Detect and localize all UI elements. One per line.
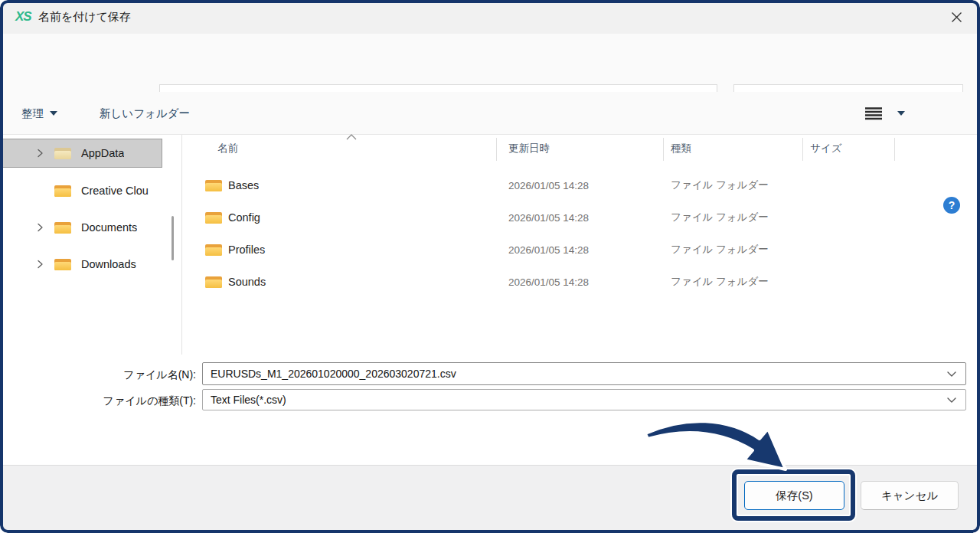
column-header-size[interactable]: サイズ <box>810 135 841 162</box>
folder-icon <box>54 147 71 160</box>
column-header-modified[interactable]: 更新日時 <box>508 135 550 162</box>
close-button[interactable] <box>940 3 972 31</box>
folder-icon <box>205 244 222 257</box>
column-header-type[interactable]: 種類 <box>671 135 691 162</box>
column-divider[interactable] <box>496 138 497 161</box>
column-divider[interactable] <box>663 138 664 161</box>
folder-icon <box>54 258 71 271</box>
column-divider[interactable] <box>802 138 803 161</box>
file-name-label: ファイル名(N): <box>47 368 196 382</box>
file-name-combo[interactable] <box>202 362 966 385</box>
file-row-sounds[interactable]: Sounds 2026/01/05 14:28 ファイル フォルダー <box>190 266 971 298</box>
file-modified: 2026/01/05 14:28 <box>508 180 589 191</box>
new-folder-label: 新しいフォルダー <box>100 106 190 121</box>
organize-label: 整理 <box>21 106 44 121</box>
file-row-config[interactable]: Config 2026/01/05 14:28 ファイル フォルダー <box>190 201 971 234</box>
view-mode-dropdown[interactable] <box>897 92 905 135</box>
chevron-down-icon[interactable] <box>947 371 956 377</box>
folder-icon <box>205 276 222 289</box>
save-as-dialog: XS 名前を付けて保存 <box>0 0 980 533</box>
chevron-down-icon[interactable] <box>947 397 956 403</box>
sidebar-item-label: Downloads <box>81 258 136 270</box>
navigation-bar: « OS (C:) › Program Files › XS Fintech M… <box>0 34 980 92</box>
file-name-input[interactable] <box>203 368 947 380</box>
organize-button[interactable]: 整理 <box>21 92 57 135</box>
file-name: Sounds <box>228 276 266 288</box>
sidebar-item-documents[interactable]: Documents <box>3 213 168 242</box>
file-row-profiles[interactable]: Profiles 2026/01/05 14:28 ファイル フォルダー <box>190 234 971 266</box>
title-bar: XS 名前を付けて保存 <box>0 0 980 34</box>
folder-icon <box>54 221 71 234</box>
folder-icon <box>205 179 222 192</box>
view-mode-button[interactable] <box>865 92 882 135</box>
command-toolbar: 整理 新しいフォルダー ? <box>0 92 980 135</box>
file-modified: 2026/01/05 14:28 <box>508 212 589 224</box>
file-type: ファイル フォルダー <box>671 243 769 257</box>
list-view-icon <box>865 107 882 120</box>
file-type: ファイル フォルダー <box>671 211 769 224</box>
file-type-select[interactable]: Text Files(*.csv) <box>202 389 966 410</box>
expand-chevron-icon[interactable] <box>34 148 45 159</box>
window-title: 名前を付けて保存 <box>38 10 131 25</box>
pane-divider[interactable] <box>181 135 182 355</box>
sort-ascending-icon <box>346 134 357 140</box>
sidebar-item-label: Creative Clou <box>81 185 149 197</box>
sidebar-item-appdata[interactable]: AppData <box>2 139 162 168</box>
dropdown-arrow-icon <box>897 111 905 116</box>
save-button[interactable]: 保存(S) <box>744 481 844 510</box>
column-divider[interactable] <box>894 138 895 161</box>
sidebar-item-label: Documents <box>81 221 137 234</box>
file-modified: 2026/01/05 14:28 <box>508 276 589 288</box>
file-row-bases[interactable]: Bases 2026/01/05 14:28 ファイル フォルダー <box>190 169 971 201</box>
file-name: Bases <box>228 179 259 191</box>
new-folder-button[interactable]: 新しいフォルダー <box>100 92 190 135</box>
file-type: ファイル フォルダー <box>671 275 769 289</box>
cancel-button[interactable]: キャンセル <box>861 481 959 510</box>
file-type-label: ファイルの種類(T): <box>47 394 196 408</box>
sidebar-scrollbar[interactable] <box>172 216 174 260</box>
file-modified: 2026/01/05 14:28 <box>508 244 589 256</box>
dropdown-arrow-icon <box>50 111 57 116</box>
cancel-button-label: キャンセル <box>881 489 938 503</box>
expand-chevron-icon[interactable] <box>34 222 45 233</box>
file-type-value: Text Files(*.csv) <box>203 394 947 406</box>
column-header-name[interactable]: 名前 <box>217 135 238 162</box>
close-icon <box>951 11 962 23</box>
sidebar-item-downloads[interactable]: Downloads <box>3 250 168 279</box>
folder-icon <box>205 211 222 224</box>
save-button-label: 保存(S) <box>776 489 812 503</box>
folder-icon <box>54 185 71 198</box>
app-logo: XS <box>15 9 31 25</box>
expand-chevron-icon[interactable] <box>34 259 45 270</box>
file-type: ファイル フォルダー <box>671 178 769 192</box>
file-name: Config <box>228 211 260 224</box>
sidebar-item-creative-cloud[interactable]: Creative Clou <box>3 176 168 205</box>
sidebar-item-label: AppData <box>81 147 124 159</box>
file-name: Profiles <box>228 244 265 256</box>
